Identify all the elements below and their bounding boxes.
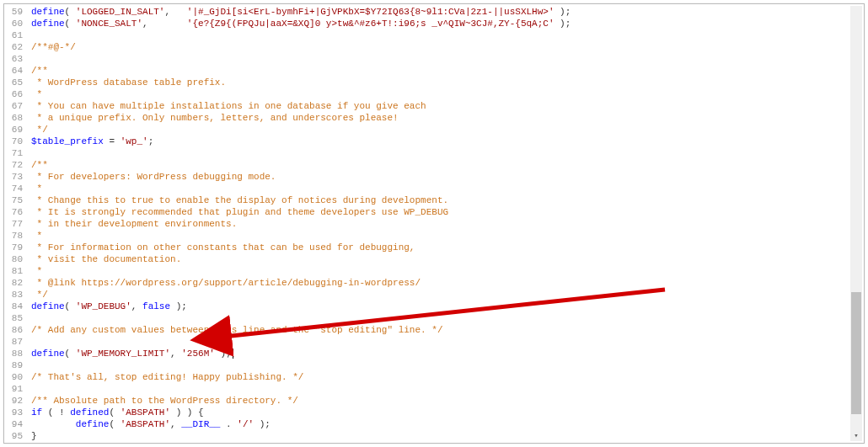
scrollbar-down-arrow-icon[interactable]: ▾ [850,429,862,441]
code-line[interactable]: define( 'WP_MEMORY_LIMIT', '256M' ); [31,348,860,359]
code-token: ( [109,419,120,429]
scrollbar-track[interactable] [850,6,862,429]
code-token: /**#@-*/ [31,42,76,52]
line-number: 62 [8,41,23,53]
code-token [31,419,76,429]
line-number: 86 [8,324,23,336]
scrollbar-thumb[interactable] [851,292,861,414]
code-token: ( ! [42,407,70,418]
code-token: /** Absolute path to the WordPress direc… [31,396,298,406]
code-line[interactable]: /** [31,159,860,171]
code-token: ); [254,419,271,429]
code-line[interactable] [31,336,860,348]
code-line[interactable]: * [31,88,860,100]
code-token: 'WP_DEBUG' [76,301,131,311]
code-line[interactable] [31,53,860,65]
code-line[interactable]: * [31,265,860,277]
code-token: * [31,184,42,194]
code-line[interactable] [31,147,860,159]
code-token: ( [65,19,76,29]
code-line[interactable]: define( 'NONCE_SALT', '{e?{Z9{(FPQJu|aaX… [31,18,860,29]
code-token: , [131,301,142,311]
code-line[interactable]: * For developers: WordPress debugging mo… [31,171,860,183]
code-line[interactable]: /**#@-*/ [31,41,860,53]
code-token: * visit the documentation. [31,254,181,264]
code-lines[interactable]: define( 'LOGGED_IN_SALT', '|#_GjDi[si<Er… [28,4,864,443]
code-token: ); [215,349,232,359]
code-line[interactable]: define( 'LOGGED_IN_SALT', '|#_GjDi[si<Er… [31,6,860,18]
line-number-gutter: 5960616263646566676869707172737475767778… [4,4,28,443]
code-token: * @link https://wordpress.org/support/ar… [31,278,421,288]
line-number: 77 [8,218,23,230]
code-line[interactable] [31,312,860,324]
code-token: * It is strongly recommended that plugin… [31,207,448,217]
code-token: '{e?{Z9{(FPQJu|aaX=&XQ]0 y>tw&^#z6+T!:i9… [187,19,555,29]
code-line[interactable]: * in their development environments. [31,218,860,230]
line-number: 59 [8,6,23,18]
code-token: 'LOGGED_IN_SALT' [76,7,165,17]
line-number: 76 [8,206,23,218]
code-line[interactable]: /** [31,65,860,77]
code-scroll-area[interactable]: 5960616263646566676869707172737475767778… [4,4,864,443]
code-token: 'WP_MEMORY_LIMIT' [76,349,170,359]
line-number: 67 [8,100,23,112]
code-line[interactable]: * WordPress database table prefix. [31,77,860,88]
line-number: 65 [8,77,23,88]
line-number: 80 [8,253,23,265]
line-number: 94 [8,418,23,430]
code-line[interactable] [31,383,860,395]
code-line[interactable]: * @link https://wordpress.org/support/ar… [31,277,860,289]
code-line[interactable]: /* That's all, stop editing! Happy publi… [31,371,860,383]
line-number: 72 [8,159,23,171]
code-token: ) ) { [170,407,204,418]
code-token: ( [65,7,76,17]
line-number: 91 [8,383,23,395]
code-line[interactable]: /* Add any custom values between this li… [31,324,860,336]
code-token: ( [65,349,76,359]
code-line[interactable] [31,359,860,371]
code-editor[interactable]: 5960616263646566676869707172737475767778… [3,3,865,444]
code-line[interactable]: * Change this to true to enable the disp… [31,194,860,206]
code-token: */ [31,125,48,135]
code-line[interactable]: * [31,230,860,242]
code-line[interactable]: * visit the documentation. [31,253,860,265]
code-token: /* That's all, stop editing! Happy publi… [31,372,303,382]
code-token: * a unique prefix. Only numbers, letters… [31,113,399,123]
code-line[interactable]: * For information on other constants tha… [31,242,860,253]
code-line[interactable] [31,29,860,41]
line-number: 96 [8,442,23,443]
code-line[interactable]: define( 'ABSPATH', __DIR__ . '/' ); [31,418,860,430]
code-line[interactable]: */ [31,124,860,136]
line-number: 63 [8,53,23,65]
code-line[interactable]: $table_prefix = 'wp_'; [31,136,860,147]
line-number: 88 [8,348,23,359]
line-number: 81 [8,265,23,277]
code-line[interactable]: * It is strongly recommended that plugin… [31,206,860,218]
code-token: * [31,89,42,99]
code-token: * WordPress database table prefix. [31,77,226,88]
line-number: 79 [8,242,23,253]
code-line[interactable]: } [31,430,860,442]
code-token: /* Add any custom values between this li… [31,325,442,335]
code-token: 'ABSPATH' [121,419,170,429]
code-token: define [76,419,110,429]
code-token: if [31,407,42,418]
line-number: 75 [8,194,23,206]
code-token: /** [31,160,48,170]
line-number: 90 [8,371,23,383]
code-line[interactable]: * [31,183,860,194]
code-line[interactable] [31,442,860,443]
code-token: '256M' [181,349,215,359]
code-line[interactable]: if ( ! defined( 'ABSPATH' ) ) { [31,407,860,418]
line-number: 84 [8,301,23,312]
code-line[interactable]: * a unique prefix. Only numbers, letters… [31,112,860,124]
code-token: __DIR__ [181,419,220,429]
line-number: 64 [8,65,23,77]
code-token: define [31,301,65,311]
code-line[interactable]: define( 'WP_DEBUG', false ); [31,301,860,312]
code-token: $table_prefix [31,136,104,146]
code-line[interactable]: /** Absolute path to the WordPress direc… [31,395,860,407]
code-line[interactable]: */ [31,289,860,301]
code-token: ; [148,136,154,146]
code-line[interactable]: * You can have multiple installations in… [31,100,860,112]
